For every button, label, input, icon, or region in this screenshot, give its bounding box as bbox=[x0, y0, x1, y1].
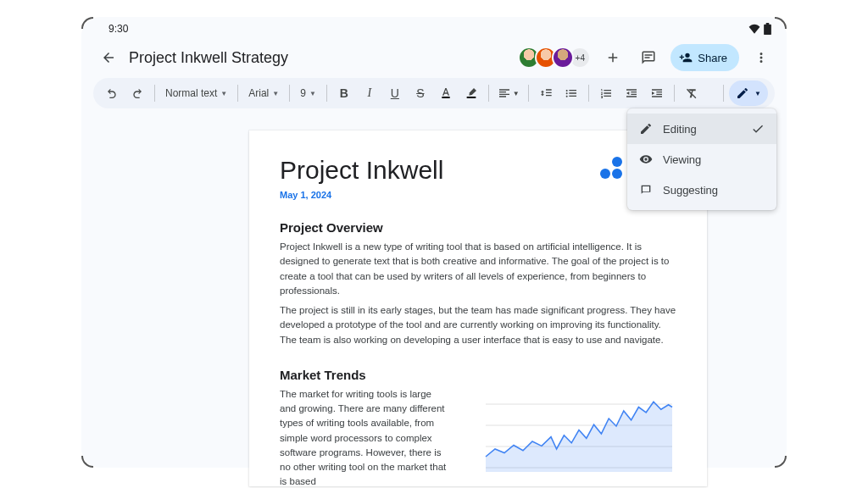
line-spacing-button[interactable] bbox=[534, 81, 558, 105]
bold-button[interactable]: B bbox=[332, 81, 356, 105]
suggest-icon bbox=[639, 183, 653, 197]
trend-chart bbox=[465, 387, 676, 480]
menu-item-suggesting[interactable]: Suggesting bbox=[627, 175, 776, 205]
undo-icon bbox=[105, 86, 119, 100]
check-icon bbox=[751, 122, 765, 136]
indent-increase-icon bbox=[650, 86, 664, 100]
underline-button[interactable]: U bbox=[383, 81, 407, 105]
frame-corner bbox=[775, 456, 787, 468]
pencil-icon bbox=[639, 122, 653, 136]
wifi-icon bbox=[748, 24, 760, 34]
document-title[interactable]: Project Inkwell Strategy bbox=[129, 49, 288, 67]
clear-format-icon bbox=[685, 86, 698, 100]
doc-paragraph: The market for writing tools is large an… bbox=[280, 387, 449, 486]
frame-corner bbox=[81, 456, 93, 468]
strikethrough-button[interactable]: S bbox=[409, 81, 432, 105]
doc-paragraph: The project is still in its early stages… bbox=[280, 303, 676, 347]
align-icon bbox=[498, 86, 511, 100]
comments-button[interactable] bbox=[635, 44, 662, 71]
italic-button[interactable]: I bbox=[358, 81, 381, 105]
bullet-list-icon bbox=[565, 86, 578, 100]
line-spacing-icon bbox=[539, 86, 553, 100]
redo-button[interactable] bbox=[125, 81, 149, 105]
align-button[interactable]: ▼ bbox=[494, 81, 523, 105]
svg-rect-0 bbox=[442, 97, 449, 98]
highlight-button[interactable] bbox=[459, 81, 483, 105]
clear-format-button[interactable] bbox=[680, 81, 704, 105]
plus-icon bbox=[605, 50, 620, 65]
doc-heading-2: Project Overview bbox=[280, 220, 676, 235]
comment-icon bbox=[641, 50, 656, 65]
person-add-icon bbox=[679, 51, 693, 64]
more-vert-icon bbox=[754, 50, 769, 65]
number-list-icon bbox=[599, 86, 613, 100]
status-bar: 9:30 bbox=[81, 17, 787, 41]
svg-rect-1 bbox=[466, 97, 476, 98]
editing-mode-chip[interactable]: ▼ bbox=[729, 80, 768, 106]
editing-mode-menu: Editing Viewing Suggesting bbox=[627, 108, 776, 210]
pencil-icon bbox=[736, 86, 749, 100]
indent-decrease-button[interactable] bbox=[620, 81, 643, 105]
font-select[interactable]: Arial▼ bbox=[243, 81, 284, 105]
redo-icon bbox=[131, 86, 144, 100]
eye-icon bbox=[639, 152, 653, 166]
battery-icon bbox=[764, 23, 771, 35]
more-button[interactable] bbox=[748, 44, 775, 71]
back-button[interactable] bbox=[97, 46, 120, 69]
text-color-icon bbox=[439, 86, 453, 100]
bullet-list-button[interactable] bbox=[559, 81, 583, 105]
menu-item-viewing[interactable]: Viewing bbox=[627, 144, 776, 175]
font-size-select[interactable]: 9▼ bbox=[295, 81, 321, 105]
collaborator-avatars[interactable]: +4 bbox=[523, 47, 591, 69]
indent-increase-button[interactable] bbox=[645, 81, 669, 105]
arrow-left-icon bbox=[101, 50, 116, 65]
text-color-button[interactable] bbox=[434, 81, 458, 105]
doc-paragraph: Project Inkwell is a new type of writing… bbox=[280, 240, 676, 298]
doc-date: May 1, 2024 bbox=[280, 190, 676, 200]
clock: 9:30 bbox=[108, 23, 128, 35]
indent-decrease-icon bbox=[625, 86, 638, 100]
undo-button[interactable] bbox=[100, 81, 124, 105]
style-select[interactable]: Normal text▼ bbox=[160, 81, 232, 105]
format-toolbar: Normal text▼ Arial▼ 9▼ B I U S ▼ bbox=[93, 78, 775, 108]
highlight-icon bbox=[465, 86, 478, 100]
add-button[interactable] bbox=[599, 44, 626, 71]
doc-heading-2: Market Trends bbox=[280, 368, 676, 382]
share-button[interactable]: Share bbox=[670, 44, 739, 71]
number-list-button[interactable] bbox=[594, 81, 618, 105]
menu-item-editing[interactable]: Editing bbox=[627, 114, 776, 144]
avatar[interactable] bbox=[552, 47, 574, 69]
share-label: Share bbox=[698, 52, 727, 64]
